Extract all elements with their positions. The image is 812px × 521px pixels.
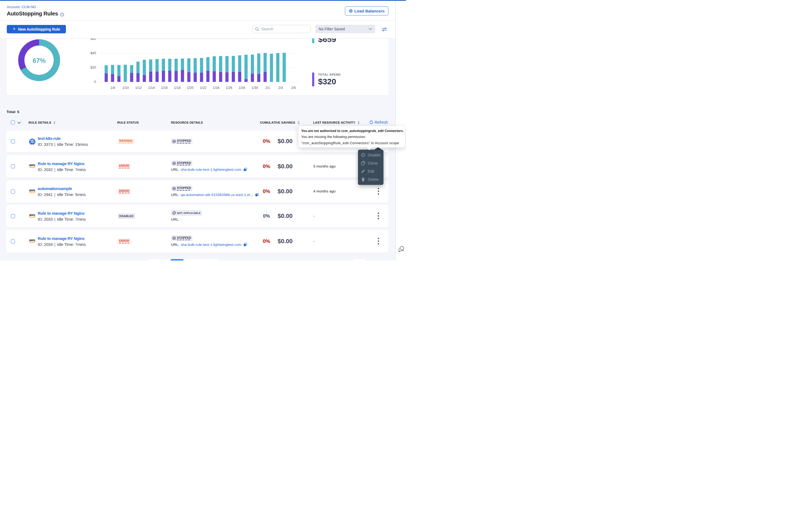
svg-text:aws: aws bbox=[29, 238, 35, 242]
svg-text:aws: aws bbox=[29, 163, 35, 167]
svg-text:aws: aws bbox=[29, 213, 35, 217]
svg-text:aws: aws bbox=[29, 188, 35, 192]
